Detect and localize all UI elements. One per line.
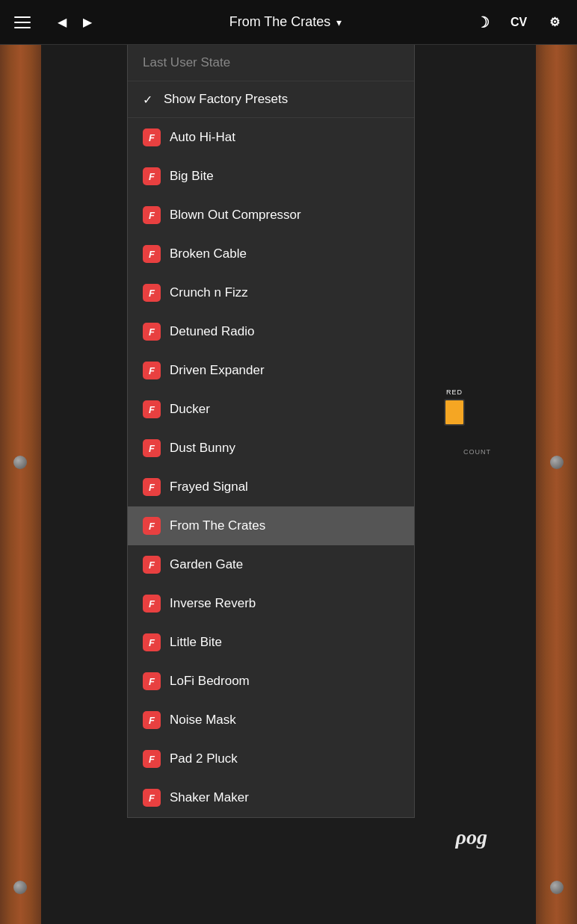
- preset-icon-noise-mask: F: [143, 711, 161, 729]
- preset-icon-pad-2-pluck: F: [143, 750, 161, 768]
- preset-item-frayed-signal[interactable]: FFrayed Signal: [128, 468, 414, 506]
- preset-icon-little-bite: F: [143, 633, 161, 651]
- toolbar: ◀ ▶ From The Crates ▾ ☽ CV ⚙: [0, 0, 577, 45]
- preset-item-little-bite[interactable]: FLittle Bite: [128, 623, 414, 662]
- preset-label-dust-bunny: Dust Bunny: [170, 441, 235, 456]
- preset-label-crunch-n-fizz: Crunch n Fizz: [170, 285, 248, 300]
- preset-item-lofi-bedroom[interactable]: FLoFi Bedroom: [128, 662, 414, 701]
- preset-item-broken-cable[interactable]: FBroken Cable: [128, 235, 414, 273]
- preset-icon-ducker: F: [143, 400, 161, 418]
- preset-label-from-the-crates: From The Crates: [170, 518, 265, 533]
- preset-label-garden-gate: Garden Gate: [170, 557, 243, 572]
- preset-icon-frayed-signal: F: [143, 478, 161, 496]
- nav-back-button[interactable]: ◀: [51, 11, 73, 34]
- preset-icon-inverse-reverb: F: [143, 595, 161, 613]
- show-factory-presets-label: Show Factory Presets: [164, 92, 288, 107]
- preset-label-noise-mask: Noise Mask: [170, 713, 236, 728]
- preset-item-big-bite[interactable]: FBig Bite: [128, 157, 414, 196]
- preset-item-blown-out-compressor[interactable]: FBlown Out Compressor: [128, 196, 414, 235]
- preset-label-frayed-signal: Frayed Signal: [170, 480, 248, 494]
- preset-icon-auto-hi-hat: F: [143, 128, 161, 146]
- preset-icon-garden-gate: F: [143, 556, 161, 574]
- settings-button[interactable]: ⚙: [538, 6, 571, 39]
- preset-item-driven-expander[interactable]: FDriven Expander: [128, 351, 414, 390]
- preset-list[interactable]: FAuto Hi-HatFBig BiteFBlown Out Compress…: [128, 118, 414, 817]
- preset-label-inverse-reverb: Inverse Reverb: [170, 596, 256, 611]
- nav-controls: ◀ ▶: [45, 11, 105, 34]
- preset-label-shaker-maker: Shaker Maker: [170, 790, 249, 805]
- preset-icon-dust-bunny: F: [143, 439, 161, 457]
- hamburger-icon: [14, 16, 31, 28]
- preset-selector[interactable]: From The Crates ▾: [105, 14, 466, 30]
- preset-item-dust-bunny[interactable]: FDust Bunny: [128, 429, 414, 468]
- preset-icon-lofi-bedroom: F: [143, 672, 161, 690]
- preset-item-from-the-crates[interactable]: FFrom The Crates: [128, 506, 414, 545]
- preset-label-little-bite: Little Bite: [170, 635, 222, 650]
- moon-button[interactable]: ☽: [466, 6, 499, 39]
- preset-item-crunch-n-fizz[interactable]: FCrunch n Fizz: [128, 273, 414, 312]
- dropdown-overlay[interactable]: Last User State ✓ Show Factory Presets F…: [0, 45, 577, 924]
- toolbar-right-controls: ☽ CV ⚙: [466, 6, 577, 39]
- preset-item-pad-2-pluck[interactable]: FPad 2 Pluck: [128, 739, 414, 778]
- preset-name-label: From The Crates: [229, 14, 331, 30]
- menu-button[interactable]: [0, 0, 45, 45]
- preset-item-ducker[interactable]: FDucker: [128, 390, 414, 429]
- preset-icon-crunch-n-fizz: F: [143, 284, 161, 302]
- preset-item-detuned-radio[interactable]: FDetuned Radio: [128, 312, 414, 351]
- show-factory-presets-item[interactable]: ✓ Show Factory Presets: [128, 81, 414, 118]
- preset-icon-detuned-radio: F: [143, 323, 161, 341]
- cv-button[interactable]: CV: [502, 6, 535, 39]
- preset-label-auto-hi-hat: Auto Hi-Hat: [170, 130, 235, 145]
- last-user-state-label: Last User State: [128, 45, 414, 81]
- preset-item-auto-hi-hat[interactable]: FAuto Hi-Hat: [128, 118, 414, 157]
- preset-icon-driven-expander: F: [143, 362, 161, 379]
- checkmark-icon: ✓: [143, 93, 158, 107]
- preset-label-driven-expander: Driven Expander: [170, 363, 265, 378]
- preset-label-lofi-bedroom: LoFi Bedroom: [170, 674, 250, 689]
- dropdown-menu: Last User State ✓ Show Factory Presets F…: [127, 45, 415, 818]
- preset-icon-blown-out-compressor: F: [143, 206, 161, 224]
- preset-label-broken-cable: Broken Cable: [170, 246, 247, 261]
- preset-label-big-bite: Big Bite: [170, 169, 214, 184]
- preset-label-detuned-radio: Detuned Radio: [170, 324, 254, 339]
- preset-item-garden-gate[interactable]: FGarden Gate: [128, 545, 414, 584]
- preset-item-noise-mask[interactable]: FNoise Mask: [128, 701, 414, 739]
- nav-forward-button[interactable]: ▶: [76, 11, 99, 34]
- preset-icon-shaker-maker: F: [143, 789, 161, 807]
- preset-label-pad-2-pluck: Pad 2 Pluck: [170, 751, 238, 766]
- preset-item-shaker-maker[interactable]: FShaker Maker: [128, 778, 414, 817]
- preset-icon-broken-cable: F: [143, 245, 161, 263]
- preset-item-inverse-reverb[interactable]: FInverse Reverb: [128, 584, 414, 623]
- preset-icon-big-bite: F: [143, 167, 161, 185]
- preset-icon-from-the-crates: F: [143, 517, 161, 535]
- preset-label-ducker: Ducker: [170, 402, 210, 417]
- dropdown-arrow-icon: ▾: [336, 16, 342, 28]
- preset-label-blown-out-compressor: Blown Out Compressor: [170, 208, 301, 223]
